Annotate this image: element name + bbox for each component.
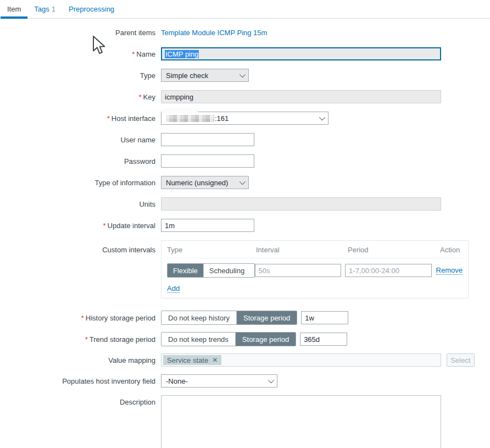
value-mapping-chip: Service state ✕ <box>163 355 221 365</box>
host-interface-value: :161 <box>166 114 229 123</box>
interval-type-segmented: Flexible Scheduling <box>167 263 255 278</box>
update-interval-input[interactable] <box>161 219 254 232</box>
value-mapping-label: Value mapping <box>0 356 155 364</box>
type-of-information-value: Numeric (unsigned) <box>166 179 228 187</box>
row-description: Description <box>0 395 490 448</box>
tab-preprocessing[interactable]: Preprocessing <box>62 0 121 18</box>
trend-storage-segmented: Do not keep trends Storage period <box>161 332 296 346</box>
interval-type-flexible-button[interactable]: Flexible <box>168 264 204 277</box>
value-mapping-chip-label: Service state <box>167 356 208 364</box>
item-form: Parent items Template Module ICMP Ping 1… <box>0 19 490 448</box>
description-label: Description <box>0 395 155 406</box>
custom-intervals-header: Type Interval Period Action <box>167 241 463 258</box>
history-storage-input[interactable] <box>301 311 348 324</box>
col-header-type: Type <box>167 246 256 254</box>
units-label: Units <box>0 200 155 208</box>
row-trend-storage: *Trend storage period Do not keep trends… <box>0 332 490 346</box>
custom-interval-row: Flexible Scheduling Remove <box>167 258 463 278</box>
do-not-keep-trends-button[interactable]: Do not keep trends <box>162 333 236 346</box>
row-name: *Name ICMP ping <box>0 47 490 60</box>
interval-input[interactable] <box>255 264 341 277</box>
tab-tags[interactable]: Tags 1 <box>27 0 62 18</box>
row-update-interval: *Update interval <box>0 219 490 232</box>
key-input[interactable] <box>161 90 441 103</box>
tab-preprocessing-label: Preprocessing <box>69 5 114 13</box>
history-storage-label: *History storage period <box>0 314 155 322</box>
chevron-down-icon <box>240 71 246 78</box>
name-input-selected-text: ICMP ping <box>165 50 199 58</box>
required-asterisk: * <box>85 335 88 344</box>
add-interval-link[interactable]: Add <box>167 284 180 293</box>
trend-storage-input[interactable] <box>300 333 347 346</box>
row-key: *Key <box>0 90 490 103</box>
row-host-interface: *Host interface :161 <box>0 112 490 125</box>
user-name-label: User name <box>0 136 155 144</box>
chevron-down-icon <box>240 179 246 185</box>
chevron-down-icon <box>268 377 274 383</box>
password-label: Password <box>0 157 155 165</box>
name-input[interactable]: ICMP ping <box>161 47 441 60</box>
col-header-period: Period <box>348 246 440 254</box>
row-type: Type Simple check <box>0 69 490 82</box>
remove-interval-link[interactable]: Remove <box>436 266 463 275</box>
custom-intervals-label: Custom intervals <box>0 240 155 254</box>
row-history-storage: *History storage period Do not keep hist… <box>0 311 490 325</box>
type-of-information-label: Type of information <box>0 179 155 187</box>
tab-bar: Item Tags 1 Preprocessing <box>0 0 490 19</box>
type-select[interactable]: Simple check <box>161 69 249 82</box>
required-asterisk: * <box>103 222 105 230</box>
row-password: Password <box>0 154 490 168</box>
tab-tags-count-badge: 1 <box>52 5 55 13</box>
host-interface-label: *Host interface <box>0 114 155 123</box>
parent-template-link[interactable]: Template Module ICMP Ping 15m <box>161 29 267 37</box>
units-input[interactable] <box>161 197 441 211</box>
chip-remove-icon[interactable]: ✕ <box>212 356 218 364</box>
row-inventory-field: Populates host inventory field -None- <box>0 374 490 388</box>
parent-items-label: Parent items <box>0 29 155 37</box>
type-select-value: Simple check <box>166 71 208 80</box>
custom-intervals-table: Type Interval Period Action Flexible Sch… <box>161 240 469 298</box>
required-asterisk: * <box>107 114 110 123</box>
type-of-information-select[interactable]: Numeric (unsigned) <box>161 176 249 189</box>
interval-type-scheduling-button[interactable]: Scheduling <box>204 264 250 277</box>
key-label: *Key <box>0 93 155 101</box>
required-asterisk: * <box>81 314 84 322</box>
password-input[interactable] <box>161 154 254 168</box>
row-units: Units <box>0 197 490 211</box>
trend-storage-label: *Trend storage period <box>0 335 155 344</box>
value-mapping-select-button[interactable]: Select <box>447 353 475 367</box>
col-header-interval: Interval <box>256 246 348 254</box>
redacted-ip-block <box>166 115 214 122</box>
do-not-keep-history-button[interactable]: Do not keep history <box>162 311 237 324</box>
name-label: *Name <box>0 50 155 58</box>
required-asterisk: * <box>139 93 142 101</box>
row-parent-items: Parent items Template Module ICMP Ping 1… <box>0 29 490 37</box>
row-user-name: User name <box>0 133 490 146</box>
row-value-mapping: Value mapping Service state ✕ Select <box>0 353 490 367</box>
trend-storage-period-button[interactable]: Storage period <box>236 333 296 346</box>
tab-item[interactable]: Item <box>1 0 27 18</box>
description-textarea[interactable] <box>161 395 441 448</box>
user-name-input[interactable] <box>161 133 254 146</box>
update-interval-label: *Update interval <box>0 222 155 230</box>
type-label: Type <box>0 71 155 80</box>
inventory-field-value: -None- <box>166 377 188 385</box>
row-custom-intervals: Custom intervals Type Interval Period Ac… <box>0 240 490 298</box>
row-type-of-information: Type of information Numeric (unsigned) <box>0 176 490 189</box>
inventory-field-select[interactable]: -None- <box>161 374 277 388</box>
history-storage-segmented: Do not keep history Storage period <box>161 311 297 325</box>
redaction-artifact <box>162 108 198 114</box>
col-header-action: Action <box>440 246 460 254</box>
history-storage-period-button[interactable]: Storage period <box>237 311 297 324</box>
chevron-down-icon <box>319 114 325 120</box>
inventory-field-label: Populates host inventory field <box>0 377 155 385</box>
required-asterisk: * <box>132 50 135 58</box>
tab-tags-label: Tags <box>34 5 49 13</box>
tab-item-label: Item <box>7 5 21 13</box>
period-input[interactable] <box>345 264 432 277</box>
value-mapping-multiselect[interactable]: Service state ✕ <box>161 353 441 367</box>
